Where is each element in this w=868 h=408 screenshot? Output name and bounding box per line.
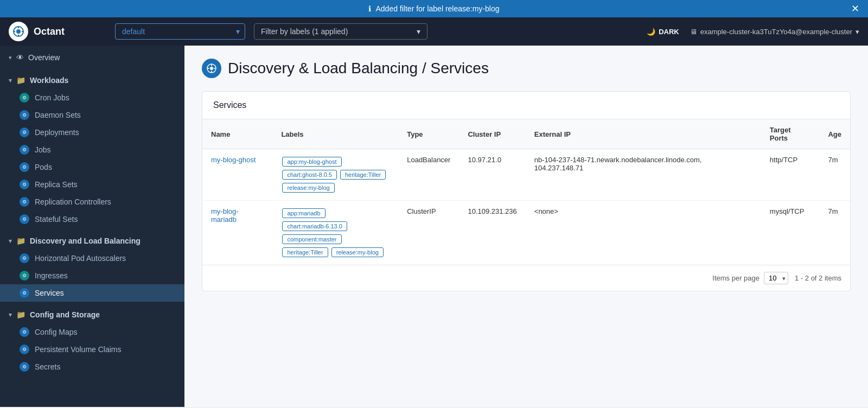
config-maps-icon: ⚙ [20,327,29,337]
sidebar-item-label: Horizontal Pod Autoscalers [35,254,126,263]
main-content: Discovery & Load Balancing / Services Se… [184,46,868,407]
label-tag[interactable]: component:master [282,234,341,244]
sidebar-item-label: Daemon Sets [35,111,81,119]
notification-close-button[interactable]: ✕ [851,4,859,14]
cell-cluster-ip: 10.97.21.0 [459,149,525,201]
notification-message: Added filter for label release:my-blog [375,4,499,13]
cell-name: my-blog-mariadb [202,201,272,265]
sidebar-config-header[interactable]: ▾ 📁 Config and Storage [0,306,184,323]
sidebar-item-ingresses[interactable]: ⚙ Ingresses [0,267,184,284]
label-tag[interactable]: heritage:Tiller [340,170,386,180]
cell-labels: app:mariadbchart:mariadb-6.13.0component… [272,201,398,265]
replica-sets-icon: ⚙ [20,180,29,189]
sidebar-item-label: Pods [35,163,52,171]
moon-icon: 🌙 [647,28,655,36]
sidebar-item-pods[interactable]: ⚙ Pods [0,158,184,176]
table-row: my-blog-ghostapp:my-blog-ghostchart:ghos… [202,149,850,201]
cluster-label: example-cluster-ka3TuTzYo4a@example-clus… [700,28,852,36]
dark-mode-toggle[interactable]: 🌙 DARK [647,28,679,36]
sidebar-item-label: Ingresses [35,271,68,280]
header: Octant default Filter by labels (1 appli… [0,17,868,46]
label-tag[interactable]: chart:ghost-8.0.5 [282,170,337,180]
sidebar-item-secrets[interactable]: ⚙ Secrets [0,358,184,375]
cell-age: 7m [819,149,850,201]
sidebar-item-config-maps[interactable]: ⚙ Config Maps [0,323,184,341]
cluster-info[interactable]: 🖥 example-cluster-ka3TuTzYo4a@example-cl… [690,28,859,36]
sidebar-item-deployments[interactable]: ⚙ Deployments [0,124,184,141]
dark-label: DARK [659,28,679,36]
chevron-down-icon: ▾ [9,238,12,245]
sidebar-item-label: Services [35,289,64,297]
page-title-icon [202,59,221,78]
label-tag[interactable]: release:my-blog [331,247,384,257]
chevron-down-icon: ▾ [9,54,12,61]
sidebar-overview[interactable]: ▾ 👁 Overview [0,48,184,67]
pvc-icon: ⚙ [20,345,29,354]
sidebar-item-replication-controllers[interactable]: ⚙ Replication Controllers [0,193,184,211]
app-name: Octant [34,26,65,37]
sidebar-item-label: Stateful Sets [35,215,78,224]
sidebar: ▾ 👁 Overview ▾ 📁 Workloads ⚙ Cron Jobs ⚙… [0,46,184,407]
sidebar-item-replica-sets[interactable]: ⚙ Replica Sets [0,176,184,193]
sidebar-item-services[interactable]: ⚙ Services [0,284,184,302]
sidebar-workloads-header[interactable]: ▾ 📁 Workloads [0,72,184,89]
sidebar-item-label: Persistent Volume Claims [35,345,122,354]
per-page-wrapper[interactable]: 5 10 25 50 [764,272,788,284]
items-per-page-label: Items per page [712,274,760,282]
label-tag[interactable]: release:my-blog [282,183,334,193]
sidebar-item-jobs[interactable]: ⚙ Jobs [0,141,184,158]
sidebar-item-stateful-sets[interactable]: ⚙ Stateful Sets [0,211,184,228]
cell-type: ClusterIP [398,201,459,265]
col-header-labels: Labels [272,119,398,149]
sidebar-item-label: Secrets [35,362,60,371]
label-tag[interactable]: heritage:Tiller [282,247,328,257]
page-title-area: Discovery & Load Balancing / Services [202,59,851,78]
stateful-sets-icon: ⚙ [20,214,29,224]
services-icon: ⚙ [20,288,29,298]
sidebar-discovery-header[interactable]: ▾ 📁 Discovery and Load Balancing [0,232,184,250]
sidebar-item-label: Replication Controllers [35,197,111,206]
col-header-target-ports: Target Ports [761,119,820,149]
filter-chevron-icon: ▾ [417,27,420,36]
filter-bar[interactable]: Filter by labels (1 applied) ▾ [254,23,427,40]
cron-jobs-icon: ⚙ [20,93,29,103]
sidebar-config-section: ▾ 📁 Config and Storage ⚙ Config Maps ⚙ P… [0,304,184,378]
chevron-down-icon: ▾ [9,77,12,84]
label-tag[interactable]: chart:mariadb-6.13.0 [282,221,347,231]
ingresses-icon: ⚙ [20,271,29,280]
discovery-label: Discovery and Load Balancing [30,237,141,245]
cell-target-ports: mysql/TCP [761,201,820,265]
namespace-select[interactable]: default [115,23,245,40]
sidebar-item-cron-jobs[interactable]: ⚙ Cron Jobs [0,89,184,106]
label-tag[interactable]: app:my-blog-ghost [282,157,341,167]
cell-target-ports: http/TCP [761,149,820,201]
jobs-icon: ⚙ [20,145,29,155]
sidebar-item-daemon-sets[interactable]: ⚙ Daemon Sets [0,106,184,124]
service-name-link[interactable]: my-blog-mariadb [211,207,239,224]
header-right: 🌙 DARK 🖥 example-cluster-ka3TuTzYo4a@exa… [647,28,859,36]
sidebar-item-hpa[interactable]: ⚙ Horizontal Pod Autoscalers [0,250,184,267]
folder-icon: 📁 [16,310,25,319]
services-table-card: Services Name Labels Type Cluster IP Ext… [202,91,851,291]
cell-name: my-blog-ghost [202,149,272,201]
config-label: Config and Storage [30,310,100,319]
pods-icon: ⚙ [20,162,29,172]
app-logo [9,22,28,41]
label-tag[interactable]: app:mariadb [282,208,325,218]
sidebar-item-label: Replica Sets [35,180,78,189]
folder-icon: 📁 [16,76,25,85]
cell-cluster-ip: 10.109.231.236 [459,201,525,265]
per-page-select[interactable]: 5 10 25 50 [764,272,788,284]
deployments-icon: ⚙ [20,127,29,137]
services-table: Name Labels Type Cluster IP External IP … [202,119,850,265]
cell-external-ip: <none> [526,201,761,265]
daemon-sets-icon: ⚙ [20,110,29,120]
cluster-icon: 🖥 [690,28,697,36]
namespace-select-wrapper[interactable]: default [115,23,245,40]
sidebar-item-pvc[interactable]: ⚙ Persistent Volume Claims [0,341,184,358]
app-body: ▾ 👁 Overview ▾ 📁 Workloads ⚙ Cron Jobs ⚙… [0,46,868,407]
folder-icon: 📁 [16,237,25,245]
workloads-label: Workloads [30,76,68,85]
service-name-link[interactable]: my-blog-ghost [211,156,256,164]
notification-bar: ℹ Added filter for label release:my-blog… [0,0,868,17]
